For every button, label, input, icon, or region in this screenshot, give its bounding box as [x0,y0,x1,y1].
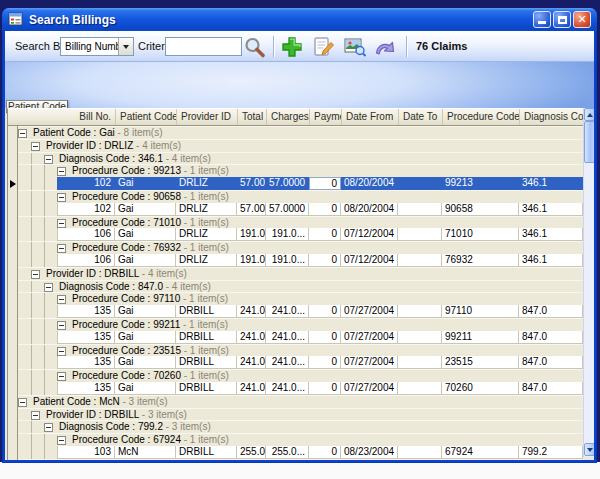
cell-bill-no-[interactable]: 135 [57,305,115,318]
search-by-dropdown[interactable]: Billing Number [60,37,134,56]
cell-diagnosis-code[interactable]: 847.0 [519,382,583,395]
cell-procedure-code[interactable]: 99211 [442,331,519,344]
collapse-icon[interactable] [57,167,66,176]
cell-charges[interactable]: 57.0000 [266,177,309,190]
cell-charges[interactable]: 241.0... [266,356,309,369]
column-header-date-from[interactable]: Date From [342,109,399,125]
collapse-icon[interactable] [57,321,66,330]
vertical-scrollbar[interactable] [583,108,594,457]
cell-payme-[interactable]: 0 [309,356,341,369]
group-row[interactable] [18,459,583,460]
cell-payme-[interactable]: 0 [309,177,341,190]
cell-procedure-code[interactable]: 97110 [442,305,519,318]
cell-bill-no-[interactable]: 102 [57,177,115,190]
cell-procedure-code[interactable]: 71010 [442,228,519,241]
cell-payme-[interactable]: 0 [309,446,341,459]
cell-provider-id[interactable]: DRLIZ [176,177,237,190]
cell-date-to[interactable] [398,356,442,369]
cell-patient-code[interactable]: McN [115,446,176,459]
cell-total[interactable]: 241.0... [237,356,266,369]
cell-provider-id[interactable]: DRLIZ [176,203,237,216]
cell-diagnosis-code[interactable]: 346.1 [519,203,583,216]
maximize-button[interactable] [553,11,571,28]
cell-total[interactable]: 191.0... [237,254,266,267]
collapse-icon[interactable] [18,129,27,138]
cell-total[interactable]: 57.00... [237,177,266,190]
group-row[interactable]: Diagnosis Code : 346.1 - 4 item(s) [18,152,583,165]
cell-procedure-code[interactable]: 23515 [442,356,519,369]
group-row[interactable]: Diagnosis Code : 847.0 - 4 item(s) [18,280,583,293]
data-row[interactable]: 135GaiDRBILL241.0...241.0...007/27/20047… [18,382,583,395]
collapse-icon[interactable] [31,411,40,420]
column-header-payme-[interactable]: Payme... [310,109,342,125]
add-icon[interactable] [281,36,303,58]
group-row[interactable]: Procedure Code : 70260 - 1 item(s) [18,369,583,382]
cell-procedure-code[interactable]: 76932 [442,254,519,267]
collapse-icon[interactable] [44,155,53,164]
group-row[interactable]: Procedure Code : 23515 - 1 item(s) [18,344,583,357]
cell-total[interactable]: 57.00... [237,203,266,216]
data-row[interactable]: 102GaiDRLIZ57.00...57.0000008/20/2004906… [18,203,583,216]
cell-date-from[interactable]: 07/27/2004 [341,356,398,369]
column-header-date-to[interactable]: Date To [399,109,443,125]
cell-charges[interactable]: 241.0... [266,305,309,318]
collapse-icon[interactable] [31,142,40,151]
cell-provider-id[interactable]: DRLIZ [176,228,237,241]
data-row[interactable]: 135GaiDRBILL241.0...241.0...007/27/20049… [18,305,583,318]
cell-date-from[interactable]: 08/20/2004 [341,177,398,190]
cell-charges[interactable]: 241.0... [266,331,309,344]
cell-diagnosis-code[interactable]: 346.1 [519,254,583,267]
group-row[interactable]: Provider ID : DRBILL - 4 item(s) [18,267,583,280]
cell-patient-code[interactable]: Gai [115,177,176,190]
cell-date-from[interactable]: 07/27/2004 [341,305,398,318]
cell-date-to[interactable] [398,177,442,190]
data-row[interactable]: 102GaiDRLIZ57.00...57.0000008/20/2004992… [18,177,583,190]
data-row[interactable]: 135GaiDRBILL241.0...241.0...007/27/20049… [18,331,583,344]
cell-provider-id[interactable]: DRBILL [176,446,237,459]
cell-provider-id[interactable]: DRLIZ [176,254,237,267]
cell-total[interactable]: 255.0... [237,446,266,459]
cell-payme-[interactable]: 0 [309,203,341,216]
cell-payme-[interactable]: 0 [309,305,341,318]
data-row[interactable]: 106GaiDRLIZ191.0...191.0...007/12/200471… [18,228,583,241]
cell-diagnosis-code[interactable]: 346.1 [519,177,583,190]
cell-total[interactable]: 241.0... [237,305,266,318]
cell-bill-no-[interactable]: 135 [57,356,115,369]
cell-date-to[interactable] [398,228,442,241]
cell-total[interactable]: 191.0... [237,228,266,241]
column-header-diagnosis-code[interactable]: Diagnosis Code [520,109,584,125]
edit-icon[interactable] [312,36,336,58]
group-row[interactable]: Procedure Code : 76932 - 1 item(s) [18,241,583,254]
group-row[interactable]: Provider ID : DRBILL - 3 item(s) [18,408,583,421]
collapse-icon[interactable] [57,372,66,381]
cell-date-from[interactable]: 07/12/2004 [341,254,398,267]
cell-payme-[interactable]: 0 [309,382,341,395]
cell-provider-id[interactable]: DRBILL [176,331,237,344]
cell-total[interactable]: 241.0... [237,331,266,344]
group-row[interactable]: Patient Code : Gai - 8 item(s) [18,126,583,139]
group-row[interactable]: Patient Code : McN - 3 item(s) [18,395,583,408]
cell-patient-code[interactable]: Gai [115,382,176,395]
cell-procedure-code[interactable]: 70260 [442,382,519,395]
column-header-patient-code[interactable]: Patient Code [116,109,177,125]
row-selector-strip[interactable] [7,126,18,460]
cell-payme-[interactable]: 0 [309,228,341,241]
cell-charges[interactable]: 241.0... [266,382,309,395]
group-row[interactable]: Provider ID : DRLIZ - 4 item(s) [18,139,583,152]
data-row[interactable]: 106GaiDRLIZ191.0...191.0...007/12/200476… [18,254,583,267]
column-header-total[interactable]: Total [238,109,267,125]
collapse-icon[interactable] [57,244,66,253]
scroll-down-button[interactable] [584,443,594,456]
cell-procedure-code[interactable]: 90658 [442,203,519,216]
cell-patient-code[interactable]: Gai [115,203,176,216]
collapse-icon[interactable] [44,283,53,292]
column-header-charges[interactable]: Charges [267,109,310,125]
cell-charges[interactable]: 191.0... [266,254,309,267]
group-row[interactable]: Diagnosis Code : 799.2 - 3 item(s) [18,420,583,433]
collapse-icon[interactable] [44,423,53,432]
cell-bill-no-[interactable]: 106 [57,228,115,241]
column-header-procedure-code[interactable]: Procedure Code [443,109,520,125]
cell-payme-[interactable]: 0 [309,331,341,344]
cell-patient-code[interactable]: Gai [115,331,176,344]
minimize-button[interactable] [533,11,551,28]
